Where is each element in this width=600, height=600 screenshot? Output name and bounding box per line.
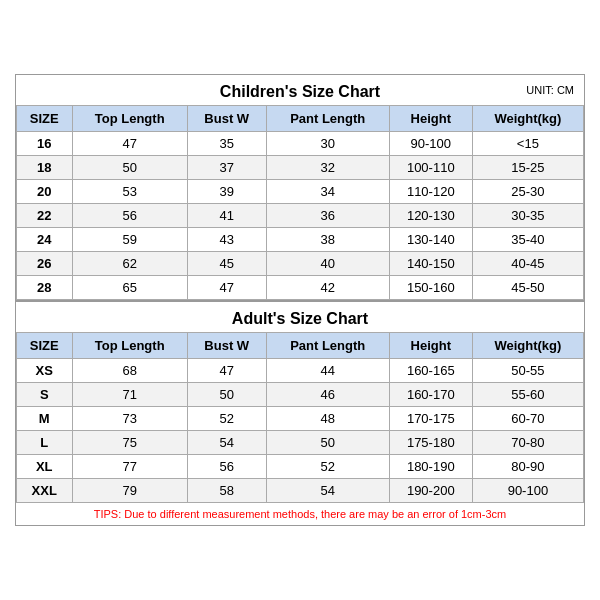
table-cell: 54 bbox=[266, 479, 389, 503]
table-cell: 42 bbox=[266, 276, 389, 300]
children-col-bust-w: Bust W bbox=[187, 106, 266, 132]
table-cell: 26 bbox=[17, 252, 73, 276]
table-cell: 150-160 bbox=[389, 276, 472, 300]
table-cell: 170-175 bbox=[389, 407, 472, 431]
children-col-weight: Weight(kg) bbox=[472, 106, 583, 132]
table-cell: 56 bbox=[72, 204, 187, 228]
table-cell: XXL bbox=[17, 479, 73, 503]
table-cell: XL bbox=[17, 455, 73, 479]
table-cell: 16 bbox=[17, 132, 73, 156]
table-row: 24594338130-14035-40 bbox=[17, 228, 584, 252]
table-cell: 56 bbox=[187, 455, 266, 479]
table-row: 1647353090-100<15 bbox=[17, 132, 584, 156]
table-cell: 30-35 bbox=[472, 204, 583, 228]
table-cell: 38 bbox=[266, 228, 389, 252]
table-cell: 71 bbox=[72, 383, 187, 407]
table-cell: L bbox=[17, 431, 73, 455]
table-cell: 40 bbox=[266, 252, 389, 276]
table-cell: 73 bbox=[72, 407, 187, 431]
table-cell: 22 bbox=[17, 204, 73, 228]
tips-text: TIPS: Due to different measurement metho… bbox=[16, 503, 584, 525]
table-row: 22564136120-13030-35 bbox=[17, 204, 584, 228]
table-cell: 41 bbox=[187, 204, 266, 228]
table-cell: 190-200 bbox=[389, 479, 472, 503]
table-cell: 62 bbox=[72, 252, 187, 276]
table-cell: <15 bbox=[472, 132, 583, 156]
table-cell: 28 bbox=[17, 276, 73, 300]
table-cell: 47 bbox=[72, 132, 187, 156]
adults-col-pant-length: Pant Length bbox=[266, 333, 389, 359]
children-table: SIZE Top Length Bust W Pant Length Heigh… bbox=[16, 105, 584, 300]
adults-section-header: Adult's Size Chart bbox=[16, 300, 584, 332]
adults-header-row: SIZE Top Length Bust W Pant Length Heigh… bbox=[17, 333, 584, 359]
adults-title: Adult's Size Chart bbox=[232, 310, 368, 327]
children-col-size: SIZE bbox=[17, 106, 73, 132]
adults-col-size: SIZE bbox=[17, 333, 73, 359]
table-cell: 40-45 bbox=[472, 252, 583, 276]
table-cell: 44 bbox=[266, 359, 389, 383]
adults-col-top-length: Top Length bbox=[72, 333, 187, 359]
table-cell: 68 bbox=[72, 359, 187, 383]
table-cell: M bbox=[17, 407, 73, 431]
table-row: XXL795854190-20090-100 bbox=[17, 479, 584, 503]
table-cell: 35-40 bbox=[472, 228, 583, 252]
table-cell: 46 bbox=[266, 383, 389, 407]
table-cell: 160-165 bbox=[389, 359, 472, 383]
table-row: XL775652180-19080-90 bbox=[17, 455, 584, 479]
table-cell: 65 bbox=[72, 276, 187, 300]
table-cell: 130-140 bbox=[389, 228, 472, 252]
table-cell: 110-120 bbox=[389, 180, 472, 204]
table-cell: 45-50 bbox=[472, 276, 583, 300]
table-cell: 79 bbox=[72, 479, 187, 503]
table-cell: 58 bbox=[187, 479, 266, 503]
table-cell: 70-80 bbox=[472, 431, 583, 455]
table-row: S715046160-17055-60 bbox=[17, 383, 584, 407]
table-row: 26624540140-15040-45 bbox=[17, 252, 584, 276]
table-cell: 75 bbox=[72, 431, 187, 455]
table-cell: 80-90 bbox=[472, 455, 583, 479]
table-row: M735248170-17560-70 bbox=[17, 407, 584, 431]
table-cell: 59 bbox=[72, 228, 187, 252]
table-row: 20533934110-12025-30 bbox=[17, 180, 584, 204]
children-header-row: SIZE Top Length Bust W Pant Length Heigh… bbox=[17, 106, 584, 132]
table-cell: 47 bbox=[187, 276, 266, 300]
table-cell: 45 bbox=[187, 252, 266, 276]
table-cell: 140-150 bbox=[389, 252, 472, 276]
table-cell: 50-55 bbox=[472, 359, 583, 383]
adults-table: SIZE Top Length Bust W Pant Length Heigh… bbox=[16, 332, 584, 503]
table-cell: 160-170 bbox=[389, 383, 472, 407]
table-cell: 39 bbox=[187, 180, 266, 204]
table-cell: XS bbox=[17, 359, 73, 383]
table-cell: 54 bbox=[187, 431, 266, 455]
table-cell: 50 bbox=[266, 431, 389, 455]
table-cell: 55-60 bbox=[472, 383, 583, 407]
table-cell: 30 bbox=[266, 132, 389, 156]
table-cell: 175-180 bbox=[389, 431, 472, 455]
table-cell: 120-130 bbox=[389, 204, 472, 228]
table-cell: 52 bbox=[266, 455, 389, 479]
table-cell: 47 bbox=[187, 359, 266, 383]
table-cell: S bbox=[17, 383, 73, 407]
table-cell: 53 bbox=[72, 180, 187, 204]
children-col-pant-length: Pant Length bbox=[266, 106, 389, 132]
table-row: 28654742150-16045-50 bbox=[17, 276, 584, 300]
table-cell: 100-110 bbox=[389, 156, 472, 180]
table-cell: 20 bbox=[17, 180, 73, 204]
table-cell: 60-70 bbox=[472, 407, 583, 431]
adults-col-weight: Weight(kg) bbox=[472, 333, 583, 359]
adults-col-height: Height bbox=[389, 333, 472, 359]
children-section-header: Children's Size Chart UNIT: CM bbox=[16, 75, 584, 105]
unit-label: UNIT: CM bbox=[526, 84, 574, 96]
table-cell: 90-100 bbox=[472, 479, 583, 503]
table-cell: 18 bbox=[17, 156, 73, 180]
table-cell: 32 bbox=[266, 156, 389, 180]
table-cell: 15-25 bbox=[472, 156, 583, 180]
table-cell: 180-190 bbox=[389, 455, 472, 479]
table-row: L755450175-18070-80 bbox=[17, 431, 584, 455]
table-cell: 77 bbox=[72, 455, 187, 479]
table-cell: 52 bbox=[187, 407, 266, 431]
children-title: Children's Size Chart bbox=[220, 83, 380, 100]
table-cell: 50 bbox=[187, 383, 266, 407]
table-row: 18503732100-11015-25 bbox=[17, 156, 584, 180]
children-col-height: Height bbox=[389, 106, 472, 132]
